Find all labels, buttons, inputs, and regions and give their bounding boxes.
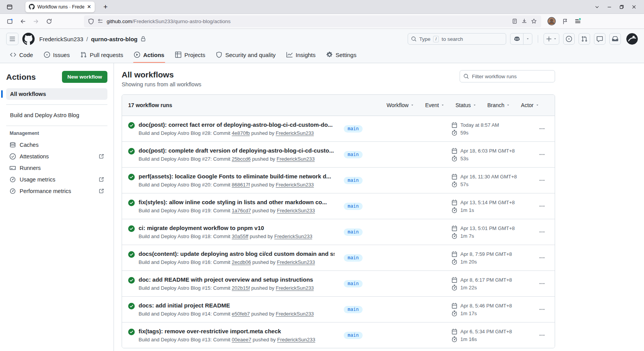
bookmark-star-icon[interactable] [531, 18, 537, 24]
sidebar-item-performance-metrics[interactable]: Performance metrics [6, 185, 107, 197]
actor-link[interactable]: FrederickSun233 [277, 259, 315, 265]
sidebar-item-caches[interactable]: Caches [6, 139, 107, 151]
global-nav-menu-button[interactable] [6, 33, 18, 45]
reload-button[interactable] [43, 16, 55, 27]
save-page-icon[interactable] [521, 18, 527, 24]
filter-dropdown-actor[interactable]: Actor [521, 102, 539, 108]
create-new-button[interactable] [544, 33, 559, 45]
sidebar-item-all-workflows[interactable]: All workflows [6, 88, 107, 100]
commit-link[interactable]: e50feb7 [232, 311, 250, 317]
branch-badge[interactable]: main [344, 306, 363, 313]
run-title-link[interactable]: docs(content): update deploying astro bl… [139, 250, 335, 257]
branch-badge[interactable]: main [344, 177, 363, 184]
actor-link[interactable]: FrederickSun233 [276, 130, 314, 136]
branch-badge[interactable]: main [344, 254, 363, 262]
filter-runs-input[interactable] [472, 74, 551, 79]
commit-link[interactable]: 1a76cd7 [232, 208, 251, 213]
actor-link[interactable]: FrederickSun233 [277, 208, 315, 213]
new-workflow-button[interactable]: New workflow [62, 71, 107, 83]
run-menu-button[interactable] [536, 201, 548, 211]
user-avatar[interactable] [626, 33, 638, 45]
repo-owner-link[interactable]: FrederickSun233 [39, 36, 83, 42]
github-logo-icon[interactable] [22, 33, 35, 45]
branch-badge[interactable]: main [344, 280, 363, 287]
browser-tab[interactable]: Workflow runs · FrederickSun23 ✕ [25, 2, 95, 12]
account-button[interactable] [546, 16, 557, 27]
pull-requests-button[interactable] [579, 33, 590, 45]
commit-link[interactable]: 25bccd6 [232, 156, 251, 162]
global-search-button[interactable]: Type / to search [408, 33, 506, 45]
run-title-link[interactable]: docs: add initial project README [139, 302, 314, 309]
back-button[interactable] [17, 16, 28, 27]
sidebar-workflow-item-build-and-deploy-astro-blog[interactable]: Build and Deploy Astro Blog [6, 109, 107, 121]
firefox-view-button[interactable] [4, 2, 15, 12]
filter-dropdown-workflow[interactable]: Workflow [386, 102, 414, 108]
discussions-button[interactable] [594, 33, 606, 45]
repo-tab-pull-requests[interactable]: Pull requests [77, 47, 127, 63]
actor-link[interactable]: FrederickSun233 [276, 285, 314, 291]
repo-tab-actions[interactable]: Actions [130, 47, 168, 63]
run-menu-button[interactable] [536, 124, 548, 134]
commit-link[interactable]: 30a55ff [232, 233, 248, 239]
forward-button[interactable] [30, 16, 42, 27]
run-title-link[interactable]: fix(tags): remove over-restrictive impor… [139, 328, 315, 334]
sidebar-item-usage-metrics[interactable]: Usage metrics [6, 174, 107, 185]
menu-button[interactable] [572, 16, 584, 27]
url-bar[interactable]: github.com/FrederickSun233/qurno-astro-b… [84, 15, 541, 27]
list-tabs-button[interactable] [591, 2, 603, 12]
run-menu-button[interactable] [536, 330, 548, 340]
tab-close-icon[interactable]: ✕ [87, 4, 91, 9]
minimize-button[interactable] [603, 2, 616, 12]
extensions-button[interactable] [559, 16, 570, 27]
actor-link[interactable]: FrederickSun233 [277, 156, 315, 162]
commit-link[interactable]: 2ecdb06 [232, 259, 251, 265]
reader-view-icon[interactable] [512, 18, 518, 24]
filter-runs-searchbox[interactable] [460, 70, 555, 82]
repo-tab-insights[interactable]: Insights [283, 47, 319, 63]
actor-link[interactable]: FrederickSun233 [274, 233, 312, 239]
repo-tab-security-and-quality[interactable]: Security and quality [212, 47, 279, 63]
run-title-link[interactable]: perf(assets): localize Google Fonts to e… [139, 173, 331, 180]
repo-tab-code[interactable]: Code [6, 47, 37, 63]
issues-button[interactable] [563, 33, 575, 45]
site-permissions-icon[interactable] [97, 18, 103, 24]
run-menu-button[interactable] [536, 304, 548, 314]
run-title-link[interactable]: doc(post): correct fact error of deployi… [139, 121, 333, 128]
repo-tab-projects[interactable]: Projects [171, 47, 209, 63]
repo-tab-issues[interactable]: Issues [40, 47, 74, 63]
run-menu-button[interactable] [536, 253, 548, 263]
run-menu-button[interactable] [536, 149, 548, 160]
run-title-link[interactable]: fix(styles): allow inline code styling i… [139, 199, 327, 205]
notifications-button[interactable] [609, 33, 621, 45]
commit-link[interactable]: 00eaee7 [232, 337, 251, 343]
close-window-button[interactable] [628, 2, 640, 12]
sidebar-item-runners[interactable]: Runners [6, 162, 107, 174]
repo-tab-settings[interactable]: Settings [323, 47, 360, 63]
filter-dropdown-status[interactable]: Status [455, 102, 477, 108]
branch-badge[interactable]: main [344, 332, 363, 339]
run-title-link[interactable]: doc: add README with project overview an… [139, 276, 314, 283]
run-menu-button[interactable] [536, 279, 548, 289]
sidebar-item-attestations[interactable]: Attestations [6, 151, 107, 162]
commit-link[interactable]: 4e870fb [232, 130, 250, 136]
filter-dropdown-branch[interactable]: Branch [487, 102, 510, 108]
restore-button[interactable] [616, 2, 628, 12]
run-title-link[interactable]: ci: migrate deployment workflow to pnpm … [139, 225, 312, 231]
actor-link[interactable]: FrederickSun233 [277, 337, 315, 343]
branch-badge[interactable]: main [344, 228, 363, 236]
run-menu-button[interactable] [536, 175, 548, 185]
branch-badge[interactable]: main [344, 203, 363, 210]
filter-dropdown-event[interactable]: Event [425, 102, 445, 108]
run-title-link[interactable]: doc(post): complete draft version of dep… [139, 147, 334, 154]
sidebar-toggle-button[interactable] [4, 16, 15, 27]
branch-badge[interactable]: main [344, 151, 363, 158]
actor-link[interactable]: FrederickSun233 [276, 182, 314, 188]
branch-badge[interactable]: main [344, 125, 363, 133]
commit-link[interactable]: 202b15f [232, 285, 250, 291]
tracking-shield-icon[interactable] [88, 18, 94, 24]
new-tab-button[interactable]: + [100, 2, 111, 12]
commit-link[interactable]: 868617f [232, 182, 250, 188]
repo-name-link[interactable]: qurno-astro-blog [91, 36, 137, 42]
actor-link[interactable]: FrederickSun233 [276, 311, 314, 317]
run-menu-button[interactable] [536, 227, 548, 237]
